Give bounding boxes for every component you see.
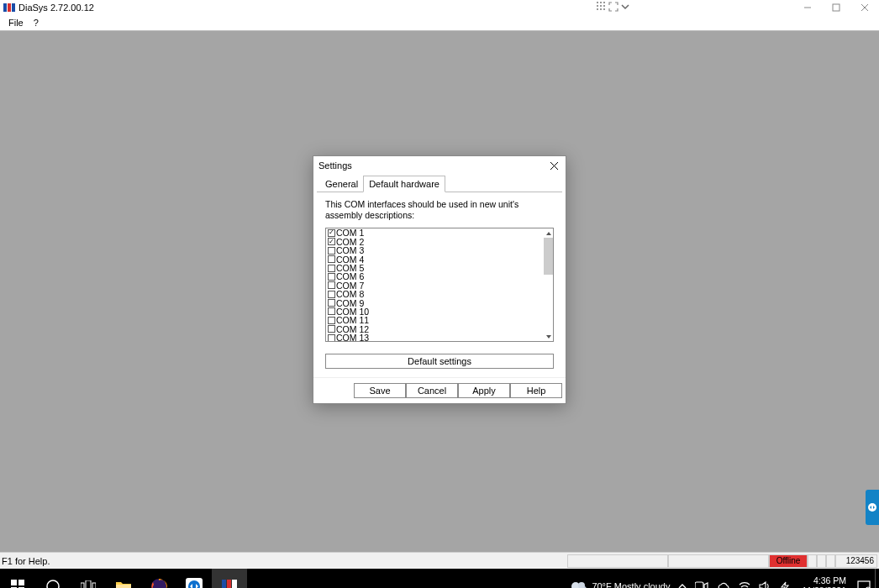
- weather-temp: 70°F: [592, 581, 611, 588]
- dialog-titlebar[interactable]: Settings: [313, 156, 566, 175]
- show-desktop-button[interactable]: [875, 569, 879, 588]
- com-port-checkbox[interactable]: [328, 273, 335, 281]
- app-icon: [3, 3, 15, 12]
- com-port-checkbox[interactable]: ✓: [328, 229, 335, 237]
- statusbar-help-text: F1 for Help.: [2, 556, 50, 566]
- help-button[interactable]: Help: [510, 383, 562, 398]
- dialog-footer: Save Cancel Apply Help: [313, 377, 566, 403]
- taskbar-clock[interactable]: 4:36 PM 11/28/2021: [795, 576, 853, 588]
- com-port-checkbox[interactable]: [328, 247, 335, 255]
- taskbar-teamviewer[interactable]: [176, 569, 212, 588]
- cancel-button[interactable]: Cancel: [406, 383, 458, 398]
- svg-rect-33: [232, 580, 237, 588]
- svg-rect-7: [600, 5, 602, 7]
- minimize-button[interactable]: [793, 0, 822, 15]
- com-port-label: COM 13: [336, 333, 369, 342]
- grid-icon[interactable]: [597, 2, 607, 12]
- close-button[interactable]: [850, 0, 879, 15]
- tray-power-icon[interactable]: [775, 569, 795, 588]
- status-empty-1: [567, 554, 668, 568]
- svg-rect-2: [12, 3, 15, 12]
- start-button[interactable]: [0, 569, 35, 588]
- tray-volume-icon[interactable]: [755, 569, 775, 588]
- menu-help[interactable]: ?: [29, 18, 44, 28]
- com-port-checkbox[interactable]: [328, 317, 335, 324]
- svg-rect-31: [222, 580, 226, 588]
- status-indicator-2: [817, 554, 826, 568]
- svg-rect-24: [81, 583, 84, 588]
- svg-rect-32: [227, 580, 231, 588]
- com-port-list[interactable]: ✓COM 1✓COM 2COM 3COM 4COM 5COM 6COM 7COM…: [325, 228, 554, 342]
- maximize-button[interactable]: [822, 0, 850, 15]
- status-indicator-3: [826, 554, 835, 568]
- tray-onedrive-icon[interactable]: [713, 569, 734, 588]
- svg-rect-13: [833, 4, 840, 11]
- status-offline-badge: Offline: [769, 554, 808, 568]
- save-button[interactable]: Save: [354, 383, 406, 398]
- status-empty-2: [668, 554, 769, 568]
- window-titlebar: DiaSys 2.72.00.12: [0, 0, 879, 15]
- svg-rect-25: [86, 580, 91, 588]
- com-port-checkbox[interactable]: [328, 307, 335, 315]
- svg-rect-4: [600, 2, 602, 3]
- svg-rect-3: [597, 2, 598, 3]
- expand-icon[interactable]: [608, 2, 618, 12]
- svg-rect-37: [695, 582, 703, 588]
- com-port-checkbox[interactable]: [328, 334, 335, 342]
- svg-rect-5: [603, 2, 605, 3]
- scrollbar-thumb[interactable]: [544, 238, 553, 275]
- com-port-checkbox[interactable]: [328, 281, 335, 289]
- scroll-up-button[interactable]: [544, 228, 553, 238]
- com-port-checkbox[interactable]: ✓: [328, 238, 335, 245]
- svg-rect-10: [600, 8, 602, 10]
- chevron-down-icon[interactable]: [620, 2, 630, 12]
- tray-chevron-up-icon[interactable]: [674, 569, 691, 588]
- statusbar: F1 for Help. Offline 123456: [0, 552, 879, 569]
- tab-default-hardware[interactable]: Default hardware: [363, 176, 445, 192]
- titlebar-center-icons: [597, 2, 630, 12]
- com-port-checkbox[interactable]: [328, 325, 335, 333]
- apply-button[interactable]: Apply: [458, 383, 510, 398]
- task-view-button[interactable]: [71, 569, 106, 588]
- status-counter: 123456: [835, 554, 877, 568]
- svg-rect-19: [11, 580, 17, 585]
- default-settings-button[interactable]: Default settings: [325, 354, 554, 369]
- com-port-checkbox[interactable]: [328, 291, 335, 298]
- settings-dialog: Settings General Default hardware This C…: [313, 155, 566, 404]
- scroll-down-button[interactable]: [544, 332, 553, 341]
- teamviewer-side-tab[interactable]: [866, 490, 879, 525]
- taskbar-diasys[interactable]: [212, 569, 247, 588]
- menu-file[interactable]: File: [3, 18, 29, 28]
- svg-rect-20: [18, 580, 24, 585]
- taskbar: 70°F Mostly cloudy 4:36 PM 11/28/2021 1: [0, 569, 879, 588]
- tray-notifications-icon[interactable]: 1: [853, 569, 875, 588]
- taskbar-firefox[interactable]: [141, 569, 176, 588]
- svg-rect-11: [603, 8, 605, 10]
- svg-rect-6: [597, 5, 598, 7]
- dialog-close-button[interactable]: [547, 159, 561, 172]
- tray-wifi-icon[interactable]: [734, 569, 755, 588]
- svg-rect-8: [603, 5, 605, 7]
- svg-rect-1: [8, 3, 11, 12]
- svg-rect-26: [92, 583, 96, 588]
- com-port-checkbox[interactable]: [328, 299, 335, 307]
- svg-point-36: [578, 582, 585, 588]
- dialog-description: This COM interfaces should be used in ne…: [325, 199, 554, 221]
- menubar: File ?: [0, 15, 879, 31]
- tray-meet-now-icon[interactable]: [691, 569, 713, 588]
- com-port-checkbox[interactable]: [328, 265, 335, 272]
- weather-widget[interactable]: 70°F Mostly cloudy: [566, 569, 674, 588]
- com-port-checkbox[interactable]: [328, 255, 335, 263]
- svg-rect-0: [3, 3, 7, 12]
- tab-general[interactable]: General: [320, 176, 363, 193]
- cortana-button[interactable]: [35, 569, 71, 588]
- workspace: Settings General Default hardware This C…: [0, 31, 879, 552]
- dialog-title: Settings: [318, 160, 352, 171]
- com-port-row[interactable]: COM 13: [328, 333, 551, 342]
- svg-rect-9: [597, 8, 598, 10]
- dialog-tabs: General Default hardware: [313, 175, 566, 192]
- svg-point-18: [868, 503, 876, 512]
- svg-point-23: [47, 580, 59, 588]
- window-title: DiaSys 2.72.00.12: [18, 3, 94, 13]
- taskbar-file-explorer[interactable]: [106, 569, 141, 588]
